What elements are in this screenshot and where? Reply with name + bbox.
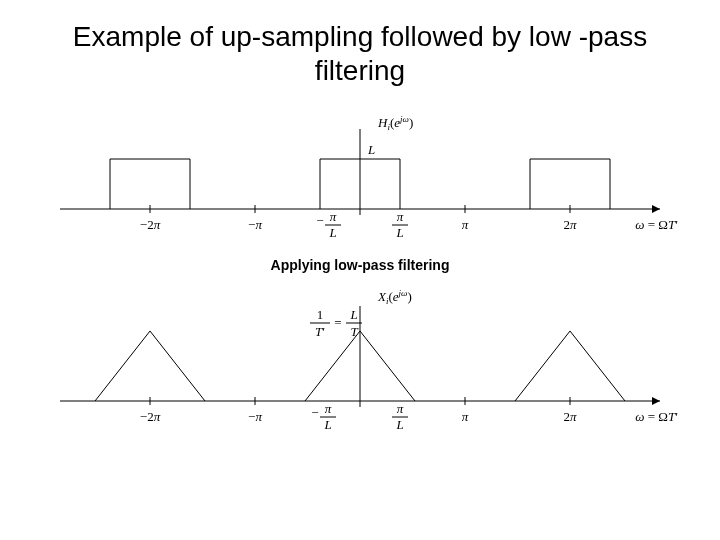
plot2-ylabel: Xi(ejω) xyxy=(377,288,412,306)
caption-lowpass: Applying low-pass filtering xyxy=(0,249,720,277)
tick2-mpiL: − xyxy=(311,405,318,420)
tick-pi: π xyxy=(462,217,469,232)
plot1-ylabel: Hi(ejω) xyxy=(377,114,413,132)
plot1-xend: ω = ΩT′ xyxy=(635,217,678,232)
tick2-pi: π xyxy=(462,409,469,424)
svg-text:T: T xyxy=(350,324,358,339)
plot2-xend: ω = ΩT′ xyxy=(635,409,678,424)
plot-filter: Hi(ejω) L −2π −π − π L π L π 2π ω = ΩT′ xyxy=(40,109,680,249)
slide-title: Example of up-sampling followed by low -… xyxy=(0,0,720,97)
tick-m2pi: −2π xyxy=(140,217,161,232)
plot2-yvalue-left: 1 xyxy=(317,307,324,322)
tick-2pi: 2π xyxy=(563,217,577,232)
svg-marker-1 xyxy=(652,205,660,213)
tick2-piL: π xyxy=(397,401,404,416)
svg-text:L: L xyxy=(395,417,403,432)
plot2-yvalue-right: L xyxy=(349,307,357,322)
tick-mpi: −π xyxy=(248,217,262,232)
tick-piL: π xyxy=(397,209,404,224)
svg-text:L: L xyxy=(395,225,403,240)
svg-text:L: L xyxy=(323,417,331,432)
svg-text:π: π xyxy=(325,401,332,416)
svg-text:T′: T′ xyxy=(315,324,325,339)
svg-marker-22 xyxy=(652,397,660,405)
tick2-2pi: 2π xyxy=(563,409,577,424)
svg-text:π: π xyxy=(330,209,337,224)
plot1-yvalue: L xyxy=(367,142,375,157)
svg-text:L: L xyxy=(328,225,336,240)
tick2-m2pi: −2π xyxy=(140,409,161,424)
tick-mpiL: − xyxy=(316,213,323,228)
svg-text:=: = xyxy=(334,315,341,330)
tick2-mpi: −π xyxy=(248,409,262,424)
plot-spectrum: Xi(ejω) 1 T′ = L T −2π −π − π L π L π 2π… xyxy=(40,281,680,441)
